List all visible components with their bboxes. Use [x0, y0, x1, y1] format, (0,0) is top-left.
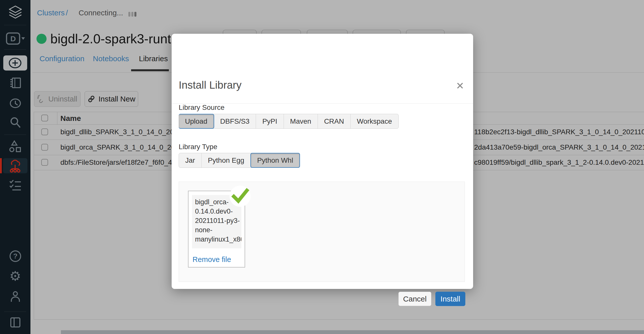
- library-source-option-pypi[interactable]: PyPI: [256, 114, 283, 128]
- cancel-button[interactable]: Cancel: [398, 292, 431, 306]
- library-type-option-jar[interactable]: Jar: [179, 153, 201, 168]
- library-type-option-python-egg[interactable]: Python Egg: [201, 153, 251, 168]
- screen: D: [0, 0, 644, 334]
- modal-body: Library Source UploadDBFS/S3PyPIMavenCRA…: [172, 59, 473, 289]
- check-icon: [230, 188, 250, 205]
- upload-success-badge: [230, 186, 251, 207]
- install-button[interactable]: Install: [435, 292, 465, 306]
- library-source-option-cran[interactable]: CRAN: [318, 114, 350, 128]
- library-source-option-dbfs-s3[interactable]: DBFS/S3: [214, 114, 256, 128]
- library-source-option-workspace[interactable]: Workspace: [350, 114, 398, 128]
- library-source-option-maven[interactable]: Maven: [284, 114, 318, 128]
- library-source-group: UploadDBFS/S3PyPIMavenCRANWorkspace: [179, 114, 399, 129]
- uploaded-file-card: bigdl_orca- 0.14.0.dev0- 20211011-py3- n…: [188, 191, 245, 268]
- install-library-modal: Install Library Library Source UploadDBF…: [172, 34, 473, 289]
- file-dropzone[interactable]: bigdl_orca- 0.14.0.dev0- 20211011-py3- n…: [179, 182, 465, 282]
- library-type-group: JarPython EggPython Whl: [179, 153, 300, 168]
- library-source-label: Library Source: [179, 104, 224, 112]
- library-type-option-python-whl[interactable]: Python Whl: [250, 153, 300, 168]
- library-source-option-upload[interactable]: Upload: [179, 114, 214, 129]
- remove-file-link[interactable]: Remove file: [193, 255, 231, 264]
- library-type-label: Library Type: [179, 143, 217, 151]
